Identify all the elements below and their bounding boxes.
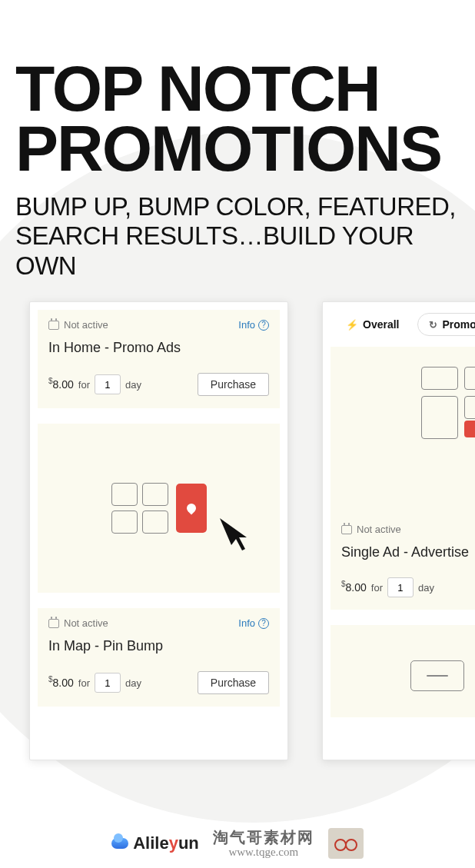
slot-line-icon [427,675,448,677]
question-icon: ? [258,618,269,629]
promo-visual-map-pin [38,424,280,593]
cell-icon [142,483,168,506]
promo-item-map-pin: Not active Info ? In Map - Pin Bump $8.0… [38,608,280,707]
tab-label: Overall [363,318,399,331]
calendar-icon [48,619,59,628]
price-block: $8.00 for day [48,374,141,394]
tab-bar: ⚡ Overall ↻ Promotion [331,310,475,347]
unit-label: day [125,379,141,391]
screenshot-gallery: Not active Info ? In Home - Promo Ads $8… [0,301,475,761]
tab-overall[interactable]: ⚡ Overall [335,313,410,336]
page-subtitle: BUMP UP, BUMP COLOR, FEATURED, SEARCH RE… [15,192,460,281]
slot-icon [410,660,464,691]
days-input[interactable] [95,673,121,693]
promotion-card-right: ⚡ Overall ↻ Promotion Not active [322,301,475,760]
title-line-2: PROMOTIONS [15,112,441,185]
promo-visual-single-ad [331,347,475,514]
status-badge: Not active [341,524,401,535]
cursor-arrow-icon [216,514,254,553]
price-block: $8.00 for day [341,577,434,597]
footer-brand-bar: Alileyun 淘气哥素材网 www.tqge.com [0,828,475,859]
days-input[interactable] [95,374,121,394]
promo-item-single-ad: Not active Single Ad - Advertise $8.00 f… [331,514,475,610]
info-link[interactable]: Info ? [238,617,269,629]
promo-title: In Map - Pin Bump [48,638,269,654]
promo-title: In Home - Promo Ads [48,340,269,356]
for-label: for [371,582,383,594]
cell-icon [421,396,458,439]
status-text: Not active [64,617,108,629]
info-link[interactable]: Info ? [238,319,269,331]
price-value: $8.00 [48,677,74,689]
grid-placeholder [111,483,168,534]
info-label: Info [238,319,255,331]
promotion-card-left: Not active Info ? In Home - Promo Ads $8… [29,301,288,760]
brand-text-post: un [178,833,199,853]
days-input[interactable] [387,577,414,597]
status-text: Not active [64,319,108,331]
lightning-icon: ⚡ [346,319,358,331]
watermark-cn: 淘气哥素材网 [213,829,314,846]
cell-icon [464,367,475,390]
status-badge: Not active [48,617,108,629]
alileyun-logo: Alileyun [111,833,199,853]
page-title: TOP NOTCH PROMOTIONS [15,58,460,178]
calendar-icon [48,321,59,330]
status-text: Not active [357,524,401,535]
highlighted-ad-icon [176,484,207,533]
status-badge: Not active [48,319,108,331]
promo-title: Single Ad - Advertise [341,544,475,560]
cell-icon [111,510,138,534]
purchase-button[interactable]: Purchase [198,373,269,396]
status-row: Not active Info ? [48,617,269,629]
price-block: $8.00 for day [48,673,141,693]
promo-visual-bottom [331,625,475,717]
layout-preview [421,367,475,448]
price-value: $8.00 [48,378,74,391]
price-row: $8.00 for day Purchase [48,671,269,694]
pin-icon [184,502,198,515]
for-label: for [78,379,90,391]
price-row: $8.00 for day Purchase [48,373,269,396]
status-row: Not active [341,524,475,535]
highlighted-ad-icon [464,421,475,437]
brand-text-y: y [169,833,178,853]
header-block: TOP NOTCH PROMOTIONS BUMP UP, BUMP COLOR… [0,0,475,281]
cell-icon [464,396,475,419]
unit-label: day [418,582,434,594]
watermark-url: www.tqge.com [213,846,314,859]
for-label: for [78,677,90,689]
refresh-icon: ↻ [429,319,437,331]
tab-label: Promotion [442,318,475,331]
price-value: $8.00 [341,581,367,594]
brand-text-pre: Alile [133,833,168,853]
promo-item-home-ads: Not active Info ? In Home - Promo Ads $8… [38,310,280,408]
cloud-icon [111,838,128,849]
watermark: 淘气哥素材网 www.tqge.com [213,829,314,859]
calendar-icon [341,525,352,534]
cell-icon [421,367,458,390]
unit-label: day [125,677,141,689]
cell-icon [142,510,168,534]
status-row: Not active Info ? [48,319,269,331]
mascot-badge [328,828,364,859]
purchase-button[interactable]: Purchase [198,671,269,694]
glasses-icon [334,839,357,848]
question-icon: ? [258,320,269,331]
tab-promotion[interactable]: ↻ Promotion [417,313,475,336]
info-label: Info [238,617,255,629]
price-row: $8.00 for day [341,577,475,597]
cell-icon [111,483,138,506]
